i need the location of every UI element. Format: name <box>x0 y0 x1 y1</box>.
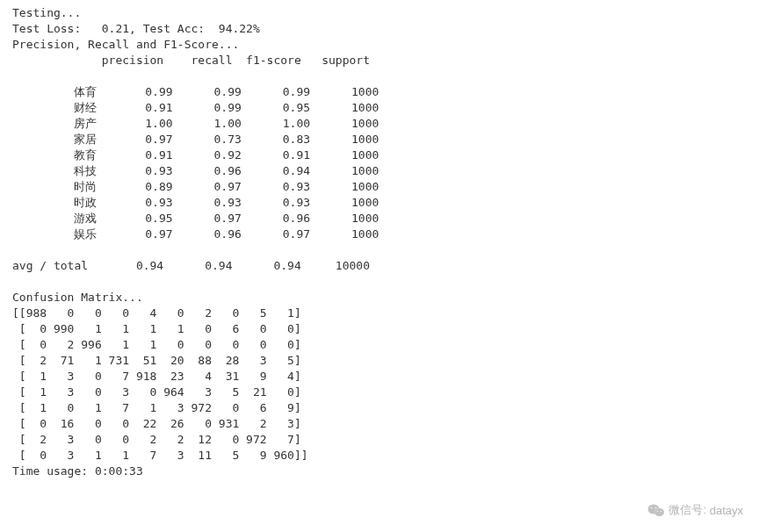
wechat-icon <box>647 503 665 517</box>
svg-point-2 <box>654 508 664 516</box>
svg-point-5 <box>657 511 658 512</box>
console-output: Testing... Test Loss: 0.21, Test Acc: 94… <box>0 0 759 485</box>
svg-point-6 <box>661 511 661 512</box>
watermark-id: datayx <box>710 504 743 517</box>
svg-point-3 <box>651 507 653 509</box>
wechat-watermark: 微信号: datayx <box>647 502 743 518</box>
watermark-label: 微信号: <box>669 502 706 518</box>
svg-point-4 <box>655 507 657 509</box>
